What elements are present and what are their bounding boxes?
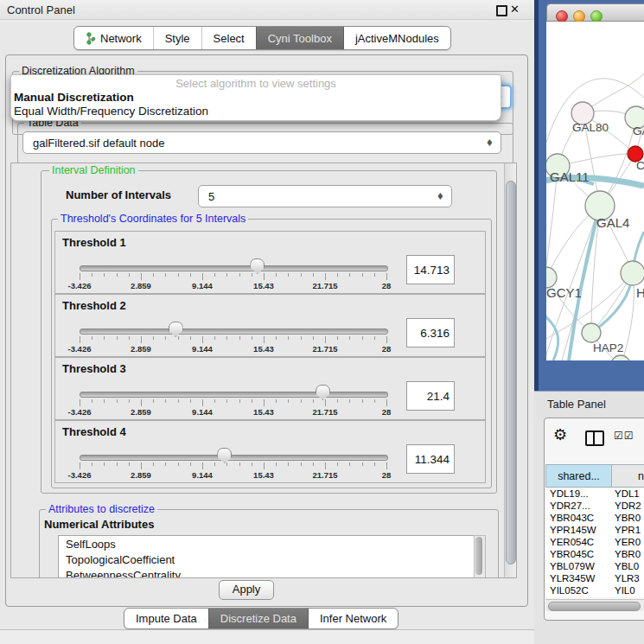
table-data-combobox[interactable]: galFiltered.sif default node ▲▼: [22, 131, 501, 154]
slider-tick: [104, 273, 105, 277]
tab-infer-network[interactable]: Infer Network: [308, 609, 398, 628]
slider-tick: [178, 462, 179, 466]
numerical-attributes-list[interactable]: SelfLoopsTopologicalCoefficientBetweenne…: [58, 535, 475, 578]
threshold-label: Threshold 1: [62, 236, 126, 249]
tab-label: jActiveMNodules: [355, 32, 439, 45]
slider-tick: [190, 462, 191, 466]
list-item[interactable]: BetweennessCentrality: [59, 567, 475, 578]
slider-tick: [239, 273, 240, 277]
network-window-titlebar[interactable]: [546, 3, 644, 22]
threshold-value-field[interactable]: 6.316: [406, 318, 455, 348]
slider-tick: [288, 273, 289, 277]
threshold-slider-thumb[interactable]: [169, 322, 183, 337]
table-header-row: shared... na: [545, 464, 644, 488]
slider-tick-label: 28: [367, 344, 405, 354]
threshold-slider-thumb[interactable]: [316, 385, 330, 400]
tab-cyni-toolbox[interactable]: Cyni Toolbox: [256, 27, 343, 49]
mac-close-icon[interactable]: [556, 10, 568, 22]
table-row[interactable]: YBR043CYBR0: [545, 513, 644, 525]
table-row[interactable]: YDR27...YDR2: [545, 501, 644, 513]
number-of-intervals-combobox[interactable]: 5 ▲▼: [198, 185, 452, 207]
threshold-value-field[interactable]: 11.344: [406, 444, 455, 474]
slider-tick: [252, 462, 252, 466]
slider-tick: [325, 462, 326, 469]
slider-tick: [362, 462, 363, 466]
threshold-slider-track[interactable]: [80, 265, 388, 271]
checkbox-columns-icon[interactable]: ☑☑: [614, 430, 634, 442]
threshold-slider-thumb[interactable]: [217, 448, 232, 463]
slider-tick: [325, 273, 326, 280]
threshold-slider-thumb[interactable]: [250, 258, 265, 274]
slider-tick: [301, 399, 302, 403]
table-row[interactable]: YIL052CYIL0: [545, 585, 644, 597]
popup-hint: Select algorithm to view settings: [11, 77, 501, 90]
tab-jactivemnodules[interactable]: jActiveMNodules: [343, 27, 450, 49]
list-item[interactable]: SelfLoops: [59, 536, 475, 552]
cell-name: YBR0: [611, 513, 644, 525]
column-header-shared-name[interactable]: shared...: [545, 464, 612, 488]
tab-style[interactable]: Style: [153, 27, 201, 49]
slider-tick: [288, 336, 289, 340]
slider-tick-label: 28: [367, 407, 405, 417]
cell-name: YBR0: [611, 549, 644, 561]
table-row[interactable]: YPR145WYPR1: [545, 525, 644, 537]
scrollbar-thumb[interactable]: [506, 181, 516, 564]
slider-tick: [104, 399, 105, 403]
cell-shared-name: YER054C: [545, 537, 611, 549]
tab-discretize-data[interactable]: Discretize Data: [208, 609, 308, 628]
scrollbar-thumb[interactable]: [548, 602, 641, 611]
slider-tick-label: 2.859: [122, 344, 160, 354]
cell-shared-name: YDR27...: [545, 501, 611, 513]
apply-button[interactable]: Apply: [219, 580, 274, 600]
slider-tick: [190, 273, 191, 277]
network-node[interactable]: [582, 323, 601, 342]
cell-shared-name: YBR045C: [545, 549, 611, 561]
network-node-label: C: [636, 159, 644, 172]
tab-network[interactable]: Network: [74, 27, 153, 49]
table-horizontal-scrollbar[interactable]: [545, 599, 644, 611]
cell-shared-name: YDL19...: [545, 488, 611, 501]
top-tabbar: NetworkStyleSelectCyni ToolboxjActiveMNo…: [73, 26, 451, 50]
table-row[interactable]: YLR345WYLR3: [545, 573, 644, 585]
slider-tick: [202, 399, 203, 406]
network-node[interactable]: [621, 261, 644, 285]
threshold-slider-track[interactable]: [80, 392, 388, 398]
threshold-value-field[interactable]: 21.4: [406, 381, 455, 411]
float-window-icon[interactable]: [496, 5, 507, 16]
attributes-to-discretize-label: Attributes to discretize: [46, 504, 157, 515]
slider-tick: [226, 399, 227, 403]
cell-name: YIL0: [611, 585, 644, 597]
slider-tick: [252, 336, 252, 340]
mac-minimize-icon[interactable]: [573, 10, 585, 22]
threshold-slider-track[interactable]: [80, 328, 388, 335]
tab-select[interactable]: Select: [201, 27, 256, 49]
column-header-name[interactable]: na: [611, 464, 644, 488]
tab-label: Select: [214, 32, 245, 45]
slider-tick: [129, 399, 130, 403]
gear-icon[interactable]: ⚙: [553, 427, 567, 443]
slider-tick-label: 21.715: [306, 470, 344, 480]
popup-option-equal-width-frequency[interactable]: Equal Width/Frequency Discretization: [14, 105, 208, 118]
network-view-canvas[interactable]: GAL80GACGAL11GAL4GCY1HHAP2: [546, 22, 644, 360]
cell-name: YBL0: [611, 561, 644, 573]
table-row[interactable]: YDL19...YDL1: [545, 488, 644, 501]
settings-vertical-scrollbar[interactable]: [504, 163, 516, 577]
threshold-slider-track[interactable]: [80, 455, 388, 461]
table-row[interactable]: YBL079WYBL0: [545, 561, 644, 573]
threshold-value-field[interactable]: 14.713: [406, 255, 455, 284]
close-icon[interactable]: ✕: [510, 3, 520, 16]
tab-impute-data[interactable]: Impute Data: [124, 609, 208, 628]
popup-option-manual-discretization[interactable]: Manual Discretization: [14, 91, 134, 104]
table-row[interactable]: YBR045CYBR0: [545, 549, 644, 561]
table-row[interactable]: YER054CYER0: [545, 537, 644, 549]
list-item[interactable]: TopologicalCoefficient: [59, 552, 475, 567]
column-layout-icon[interactable]: [585, 430, 604, 446]
slider-tick-label: 28: [367, 281, 405, 290]
slider-tick: [153, 273, 154, 277]
network-node[interactable]: [611, 355, 630, 360]
mac-zoom-icon[interactable]: [590, 10, 603, 22]
scrollbar-thumb[interactable]: [475, 537, 482, 575]
attributes-list-scrollbar[interactable]: [474, 535, 486, 578]
cell-name: YER0: [611, 537, 644, 549]
slider-tick: [313, 399, 314, 403]
